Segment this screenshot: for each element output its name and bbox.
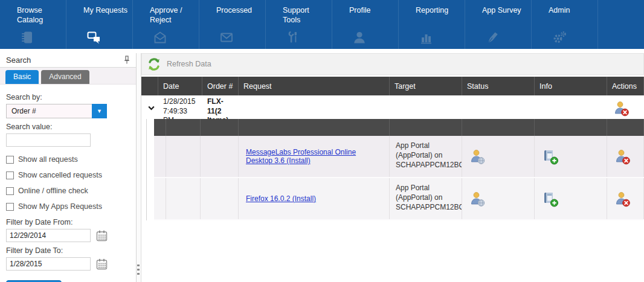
search-value-input[interactable] — [6, 133, 91, 147]
search-form: Search by: Order # ▼ Search value: Show … — [0, 85, 136, 282]
nav-item-app-survey[interactable]: App Survey — [465, 0, 532, 49]
expand-toggle[interactable] — [141, 95, 158, 119]
col-header-date[interactable]: Date — [158, 77, 202, 95]
date-to-input[interactable] — [6, 257, 91, 271]
nav-item-label: Support Tools — [283, 6, 309, 24]
request-link[interactable]: MessageLabs Professional Online Desktop … — [246, 148, 382, 165]
group-indent-line — [146, 119, 147, 220]
envelope-open-icon — [153, 30, 167, 45]
sub-header-cell — [535, 119, 607, 136]
date-from-label: Filter by Date From: — [6, 218, 130, 226]
nav-item-my-requests[interactable]: My Requests — [66, 0, 133, 49]
chevron-down-icon[interactable]: ▼ — [92, 104, 107, 118]
request-cell: MessageLabs Professional Online Desktop … — [239, 136, 390, 177]
panel-splitter[interactable] — [137, 53, 141, 282]
refresh-icon — [147, 57, 161, 71]
filter-checkbox-group: Show all requestsShow cancelled requests… — [6, 155, 130, 211]
col-header-label: Status — [467, 82, 488, 91]
content-area: Search Basic Advanced Search by: Order #… — [0, 49, 644, 282]
bar-chart-icon — [419, 30, 433, 45]
col-header-label: Actions — [612, 82, 637, 91]
splitter-grip-icon — [137, 262, 140, 277]
nav-item-profile[interactable]: Profile — [332, 0, 399, 49]
group-row: 1/28/2015 7:49:33 PMFLX-11(2 Items) — [141, 95, 644, 119]
date-from-input[interactable] — [6, 229, 91, 242]
request-link[interactable]: Firefox 16.0.2 (Install) — [246, 194, 316, 203]
checkbox-show-all-requests[interactable]: Show all requests — [6, 155, 130, 164]
refresh-label: Refresh Data — [167, 60, 211, 68]
search-tabs: Basic Advanced — [0, 68, 136, 85]
top-nav: Browse CatalogMy RequestsApprove / Rejec… — [0, 0, 644, 49]
checkbox-show-cancelled-requests[interactable]: Show cancelled requests — [6, 171, 130, 179]
nav-item-admin[interactable]: Admin — [532, 0, 598, 49]
info-cell[interactable] — [535, 178, 607, 219]
search-panel: Search Basic Advanced Search by: Order #… — [0, 53, 137, 282]
checkbox-label: Show all requests — [18, 155, 78, 164]
col-header-label: Target — [394, 82, 416, 91]
request-cell: Firefox 16.0.2 (Install) — [239, 178, 390, 219]
refresh-data-button[interactable]: Refresh Data — [141, 53, 644, 75]
checkbox-box[interactable] — [6, 171, 14, 179]
user-cancel-icon — [614, 191, 631, 207]
col-header-actions[interactable]: Actions — [607, 77, 644, 95]
checkbox-box[interactable] — [6, 203, 14, 211]
checkbox-show-my-apps-requests[interactable]: Show My Apps Requests — [6, 202, 130, 211]
nav-item-processed[interactable]: Processed — [199, 0, 266, 49]
group-empty-cell — [535, 95, 607, 119]
col-header-expand[interactable] — [141, 77, 158, 95]
target-cell: App Portal (AppPortal) on SCHAPAPPCM12BO… — [390, 136, 462, 177]
gears-icon — [552, 30, 567, 45]
sub-header-cell — [390, 119, 462, 136]
search-by-value: Order # — [11, 107, 36, 115]
search-panel-title: Search — [6, 56, 31, 65]
col-header-label: Order # — [207, 82, 233, 91]
nav-item-label: Admin — [549, 6, 570, 14]
checkbox-online-offline-check[interactable]: Online / offline check — [6, 187, 130, 195]
nav-item-label: Processed — [216, 6, 252, 14]
col-header-order[interactable]: Order # — [202, 77, 239, 95]
checkbox-box[interactable] — [6, 187, 14, 195]
pin-icon[interactable] — [123, 56, 130, 65]
col-header-request[interactable]: Request — [239, 77, 390, 95]
nav-item-approve-reject[interactable]: Approve / Reject — [133, 0, 199, 49]
group-cancel-button[interactable] — [607, 95, 644, 119]
col-header-label: Info — [539, 82, 552, 91]
tab-advanced[interactable]: Advanced — [41, 70, 89, 84]
group-empty-cell — [462, 95, 535, 119]
calendar-icon[interactable] — [96, 230, 108, 242]
sub-header-cell — [154, 119, 166, 136]
nav-item-support-tools[interactable]: Support Tools — [266, 0, 332, 49]
col-header-label: Date — [163, 82, 179, 91]
info-cell[interactable] — [535, 136, 607, 177]
user-cancel-icon — [614, 149, 631, 165]
app-add-icon — [542, 191, 559, 207]
group-order-number: FLX-11(2 Items) — [202, 95, 239, 119]
table-header-row: DateOrder #RequestTargetStatusInfoAction… — [141, 77, 644, 95]
checkbox-box[interactable] — [6, 156, 14, 164]
group-empty-cell — [390, 95, 462, 119]
status-cell — [462, 178, 535, 219]
sub-header-cell — [462, 119, 535, 136]
cancel-request-button[interactable] — [607, 136, 644, 177]
col-header-status[interactable]: Status — [462, 77, 535, 95]
col-header-info[interactable]: Info — [535, 77, 607, 95]
calendar-icon[interactable] — [96, 258, 108, 270]
tab-basic[interactable]: Basic — [5, 70, 39, 84]
requests-table: DateOrder #RequestTargetStatusInfoAction… — [141, 77, 644, 220]
profile-icon — [352, 30, 367, 45]
book-icon — [20, 30, 34, 45]
nav-item-label: Approve / Reject — [150, 6, 182, 24]
cancel-request-button[interactable] — [607, 178, 644, 219]
search-by-select[interactable]: Order # ▼ — [6, 104, 107, 118]
checkbox-label: Show cancelled requests — [18, 171, 102, 179]
request-row-spacer — [154, 178, 166, 219]
nav-item-reporting[interactable]: Reporting — [399, 0, 465, 49]
checkbox-label: Show My Apps Requests — [18, 202, 102, 211]
request-row-spacer — [166, 136, 201, 177]
target-cell: App Portal (AppPortal) on SCHAPAPPCM12BO… — [390, 178, 462, 219]
envelope-icon — [219, 30, 234, 45]
sub-header-cell — [239, 119, 390, 136]
col-header-target[interactable]: Target — [390, 77, 462, 95]
nav-item-browse-catalog[interactable]: Browse Catalog — [0, 0, 66, 49]
group-date: 1/28/2015 7:49:33 PM — [158, 95, 202, 119]
